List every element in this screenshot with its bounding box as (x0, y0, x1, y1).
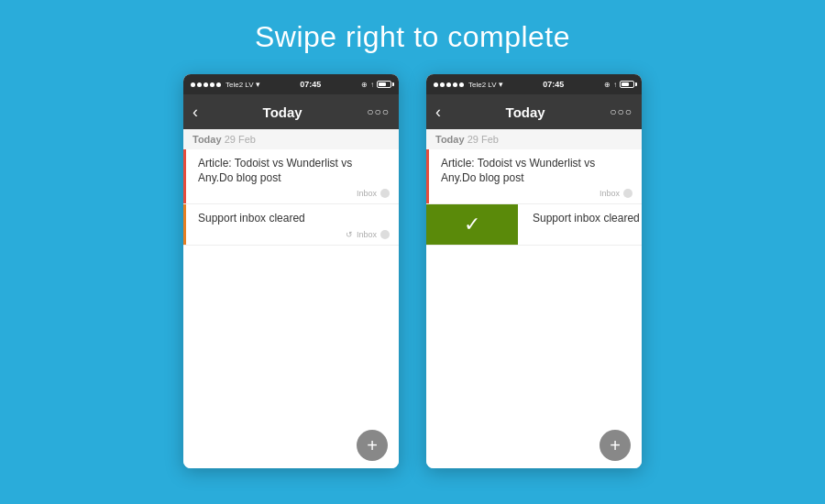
task-title-2-right: Support inbox cleared (533, 212, 642, 226)
accent-bar-1-left (183, 149, 186, 203)
task-content-2-right: Support inbox cleared ↺ (518, 204, 642, 245)
accent-bar-1-right (426, 149, 429, 203)
battery-fill-right (622, 82, 629, 86)
more-button-left[interactable]: ○○○ (367, 105, 390, 118)
wifi-icon-right: ▾ (499, 80, 503, 89)
back-button-right[interactable]: ‹ (435, 103, 441, 122)
signal-icon: ↑ (370, 81, 374, 89)
signal-dot-1 (191, 82, 195, 87)
wifi-icon: ▾ (256, 80, 260, 89)
date-day-label-right: 29 Feb (468, 134, 499, 145)
task-meta-1-right: Inbox (437, 189, 632, 198)
phone-before: Tele2 LV ▾ 07:45 ⊕ ↑ ‹ Today ○○○ Today 2… (183, 74, 399, 468)
signal-icon-right: ↑ (613, 81, 617, 89)
date-today-label: Today (192, 134, 222, 145)
inbox-label-1-left: Inbox (357, 189, 377, 198)
task-item-1-left: Article: Todoist vs Wunderlist vs Any.Do… (183, 149, 399, 204)
task-meta-2-left: ↺ Inbox (194, 230, 390, 239)
task-content-1-right: Article: Todoist vs Wunderlist vs Any.Do… (426, 149, 642, 203)
battery-indicator-right (620, 81, 634, 88)
status-right-right: ⊕ ↑ (604, 81, 634, 89)
task-title-1-left: Article: Todoist vs Wunderlist vs Any.Do… (198, 157, 390, 185)
nav-title-left: Today (263, 104, 302, 120)
refresh-icon-left: ↺ (346, 230, 353, 239)
inbox-label-2-left: Inbox (357, 230, 377, 239)
nav-bar-right: ‹ Today ○○○ (426, 94, 642, 129)
carrier-label-right: Tele2 LV (468, 81, 497, 89)
location-icon-right: ⊕ (604, 81, 610, 89)
nav-title-right: Today (506, 104, 545, 120)
inbox-icon-1-left (380, 189, 390, 198)
status-bar-right: Tele2 LV ▾ 07:45 ⊕ ↑ (426, 74, 642, 94)
inbox-label-1-right: Inbox (600, 189, 620, 198)
swipe-green-bg: ✓ (426, 204, 518, 245)
status-right: ⊕ ↑ (361, 81, 391, 89)
task-content-1-left: Article: Todoist vs Wunderlist vs Any.Do… (183, 149, 399, 203)
status-left-right: Tele2 LV ▾ (434, 80, 503, 89)
time-display: 07:45 (300, 80, 321, 89)
task-item-1-right: Article: Todoist vs Wunderlist vs Any.Do… (426, 149, 642, 204)
location-icon: ⊕ (361, 81, 368, 89)
add-button-right[interactable]: + (600, 430, 631, 461)
signal-dot-3 (204, 82, 208, 87)
signal-dot-r5 (459, 82, 464, 87)
fab-container-right: + (426, 422, 642, 468)
signal-dot-4 (210, 82, 214, 87)
phone-spacer-left (183, 286, 399, 422)
phones-container: Tele2 LV ▾ 07:45 ⊕ ↑ ‹ Today ○○○ Today 2… (183, 74, 642, 468)
signal-dot-2 (197, 82, 202, 87)
task-title-1-right: Article: Todoist vs Wunderlist vs Any.Do… (441, 157, 632, 185)
date-header-left: Today 29 Feb (183, 129, 399, 149)
headline: Swipe right to complete (255, 20, 570, 54)
task-list-right: Article: Todoist vs Wunderlist vs Any.Do… (426, 149, 642, 286)
task-item-2-left: Support inbox cleared ↺ Inbox (183, 204, 399, 246)
battery-fill (379, 82, 386, 86)
signal-dot-5 (216, 82, 221, 87)
carrier-label: Tele2 LV (226, 81, 254, 89)
battery-indicator (377, 81, 391, 88)
task-content-2-left: Support inbox cleared ↺ Inbox (183, 204, 399, 245)
task-meta-2-right: ↺ (529, 230, 642, 239)
signal-dot-r4 (453, 82, 457, 87)
phone-spacer-right (426, 286, 642, 422)
time-display-right: 07:45 (543, 80, 564, 89)
date-today-label-right: Today (435, 134, 465, 145)
date-header-right: Today 29 Feb (426, 129, 642, 149)
inbox-icon-1-right (623, 189, 632, 198)
date-day-label: 29 Feb (225, 134, 256, 145)
more-button-right[interactable]: ○○○ (610, 105, 632, 118)
signal-dot-r1 (434, 82, 438, 87)
task-meta-1-left: Inbox (194, 189, 390, 198)
status-left: Tele2 LV ▾ (191, 80, 260, 89)
nav-bar-left: ‹ Today ○○○ (183, 94, 399, 129)
signal-dot-r3 (446, 82, 451, 87)
task-item-2-right-swiped: ✓ Support inbox cleared ↺ (426, 204, 642, 246)
phone-after: Tele2 LV ▾ 07:45 ⊕ ↑ ‹ Today ○○○ Today 2… (426, 74, 642, 468)
checkmark-icon: ✓ (464, 213, 480, 236)
signal-dot-r2 (440, 82, 445, 87)
status-bar-left: Tele2 LV ▾ 07:45 ⊕ ↑ (183, 74, 399, 94)
inbox-icon-2-left (380, 230, 390, 239)
add-button-left[interactable]: + (357, 430, 388, 461)
accent-bar-2-left (183, 204, 186, 245)
task-title-2-left: Support inbox cleared (198, 212, 390, 226)
back-button-left[interactable]: ‹ (192, 103, 198, 122)
fab-container-left: + (183, 422, 399, 468)
task-list-left: Article: Todoist vs Wunderlist vs Any.Do… (183, 149, 399, 286)
